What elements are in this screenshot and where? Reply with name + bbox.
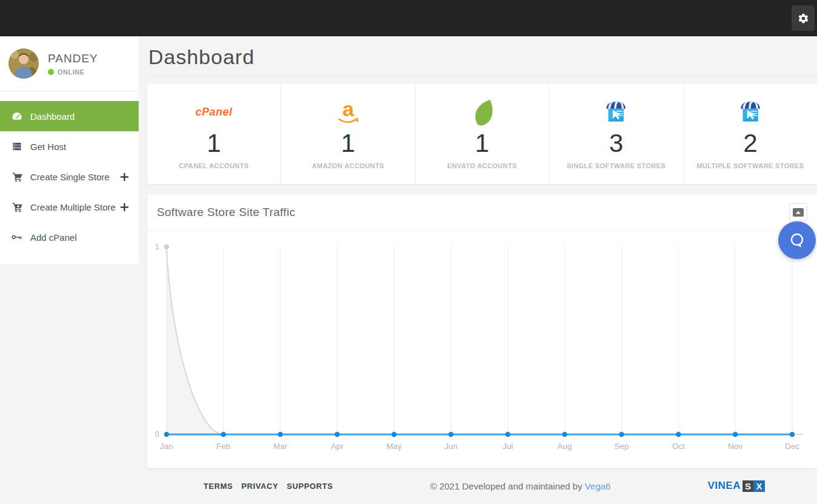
sidebar-item-label: Create Single Store (30, 172, 110, 182)
gear-icon (798, 13, 809, 24)
footer-links: TERMS PRIVACY SUPPORTS (203, 482, 333, 491)
main-content: Dashboard cPanel 1 CPANEL ACCOUNTS a 1 A… (139, 36, 817, 468)
svg-text:Jan: Jan (160, 442, 173, 451)
shopping-cart-plus-icon (10, 201, 24, 213)
svg-text:Jul: Jul (503, 442, 513, 451)
svg-text:Mar: Mar (273, 442, 288, 451)
chart-image-icon (792, 208, 804, 217)
plus-icon[interactable] (120, 172, 129, 182)
user-name: PANDEY (48, 52, 98, 65)
supports-link[interactable]: SUPPORTS (287, 482, 333, 491)
stat-cpanel-accounts: cPanel 1 CPANEL ACCOUNTS (147, 83, 281, 184)
envato-logo-icon (471, 98, 494, 127)
chat-bubble-icon (788, 231, 806, 249)
chart-title: Software Store Site Traffic (157, 206, 295, 219)
vineasx-logo: VINEASX (708, 480, 766, 492)
vega6-link[interactable]: Vega6 (585, 481, 611, 491)
dashboard-gauge-icon (10, 111, 24, 122)
stat-amazon-accounts: a 1 AMAZON ACCOUNTS (281, 83, 415, 184)
sidebar-item-dashboard[interactable]: Dashboard (0, 101, 139, 131)
traffic-chart: 01JanFebMarAprMayJunJulAugSepOctNovDec (147, 240, 817, 457)
svg-text:Nov: Nov (728, 442, 743, 451)
top-navbar (0, 0, 817, 36)
title-divider (147, 76, 817, 76)
stat-label: SINGLE SOFTWARE STORES (567, 162, 666, 169)
store-icon (603, 98, 629, 127)
stat-value: 1 (207, 129, 221, 157)
sidebar-item-label: Create Multiple Store (30, 202, 116, 212)
settings-button[interactable] (792, 5, 815, 31)
amazon-logo-icon: a (334, 98, 362, 127)
shopping-cart-icon (10, 171, 24, 183)
plus-icon[interactable] (120, 203, 129, 212)
chart-export-button[interactable] (789, 203, 807, 221)
svg-text:Aug: Aug (557, 442, 572, 451)
store-icon (738, 98, 763, 127)
sidebar: PANDEY ONLINE Dashboard (0, 36, 139, 264)
sidebar-item-create-single-store[interactable]: Create Single Store (0, 162, 139, 192)
svg-text:a: a (342, 98, 354, 120)
stat-label: ENVATO ACCOUNTS (448, 162, 517, 169)
online-label: ONLINE (58, 68, 85, 76)
stat-label: AMAZON ACCOUNTS (312, 162, 384, 169)
svg-text:May: May (386, 442, 402, 451)
svg-text:0: 0 (155, 430, 159, 439)
svg-text:Dec: Dec (785, 442, 799, 451)
stat-multiple-software-stores: 2 MULTIPLE SOFTWARE STORES (684, 83, 817, 184)
cpanel-logo-icon: cPanel (196, 98, 233, 127)
stat-single-software-stores: 3 SINGLE SOFTWARE STORES (549, 83, 683, 184)
server-icon (10, 141, 24, 152)
footer: TERMS PRIVACY SUPPORTS © 2021 Developed … (0, 468, 817, 503)
user-profile: PANDEY ONLINE (0, 36, 139, 91)
svg-text:Apr: Apr (331, 442, 344, 451)
stat-value: 3 (609, 129, 623, 157)
sidebar-item-get-host[interactable]: Get Host (0, 131, 139, 162)
sidebar-item-label: Dashboard (30, 111, 74, 122)
stat-label: MULTIPLE SOFTWARE STORES (696, 162, 804, 169)
avatar (8, 48, 39, 79)
sidebar-item-label: Get Host (30, 142, 66, 152)
svg-text:Jun: Jun (445, 442, 458, 451)
svg-text:1: 1 (155, 242, 159, 251)
stat-value: 2 (743, 129, 757, 157)
sidebar-item-label: Add cPanel (30, 232, 77, 243)
svg-text:Feb: Feb (216, 442, 230, 451)
traffic-chart-card: Software Store Site Traffic 01JanFebMarA… (147, 194, 817, 468)
terms-link[interactable]: TERMS (203, 482, 233, 491)
copyright-text: © 2021 Developed and maintained by Vega6 (430, 481, 610, 491)
key-icon (10, 234, 24, 241)
svg-text:Oct: Oct (672, 442, 685, 451)
stat-value: 1 (341, 129, 355, 157)
user-status: ONLINE (48, 68, 98, 76)
sidebar-item-add-cpanel[interactable]: Add cPanel (0, 222, 139, 252)
stat-label: CPANEL ACCOUNTS (179, 162, 249, 169)
privacy-link[interactable]: PRIVACY (242, 482, 279, 491)
stats-card: cPanel 1 CPANEL ACCOUNTS a 1 AMAZON ACCO… (147, 83, 817, 184)
stat-value: 1 (475, 129, 489, 157)
svg-text:Sep: Sep (614, 442, 629, 451)
sidebar-item-create-multiple-store[interactable]: Create Multiple Store (0, 192, 139, 222)
online-dot-icon (48, 69, 54, 75)
stat-envato-accounts: 1 ENVATO ACCOUNTS (415, 83, 549, 184)
page-title: Dashboard (148, 45, 817, 69)
sidebar-nav: Dashboard Get Host Create Single Store (0, 91, 139, 252)
chat-button[interactable] (778, 221, 816, 259)
